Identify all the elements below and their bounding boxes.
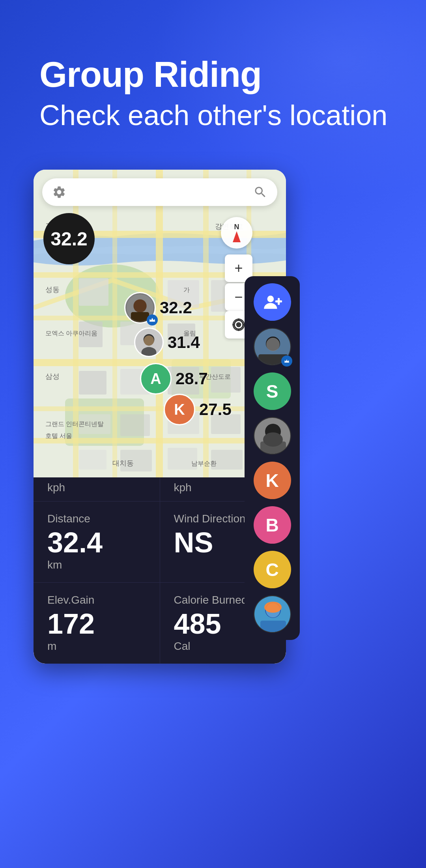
distance-label: Distance	[47, 513, 146, 525]
rider-speed-1: 32.2	[160, 298, 192, 317]
elev-gain-label: Elev.Gain	[47, 594, 146, 606]
rider-marker-1[interactable]: 32.2	[124, 292, 192, 324]
page-subtitle: Check each other's location	[39, 98, 387, 132]
svg-point-52	[237, 324, 240, 326]
svg-text:삼성: 삼성	[45, 372, 60, 380]
rider-avatar-wrapper-2	[134, 327, 164, 357]
kph-left-unit: kph	[47, 481, 65, 494]
svg-point-59	[144, 335, 154, 346]
rider-marker-2[interactable]: 31.4	[134, 327, 200, 357]
elev-gain-cell: Elev.Gain 172 m	[34, 583, 160, 664]
svg-text:호텔 서울: 호텔 서울	[45, 432, 72, 439]
page-title: Group Riding	[39, 55, 387, 94]
distance-unit: km	[47, 559, 146, 571]
kph-right-unit: kph	[174, 481, 192, 494]
distance-value: 32.4	[47, 528, 146, 557]
kph-left: kph	[34, 477, 160, 501]
elev-gain-unit: m	[47, 640, 146, 653]
svg-point-70	[263, 432, 283, 447]
svg-text:남부순환: 남부순환	[191, 460, 217, 467]
rider-speed-4: 27.5	[199, 400, 232, 419]
rider-marker-4[interactable]: K 27.5	[164, 394, 232, 425]
rider-speed-3: 28.7	[176, 369, 208, 388]
svg-rect-26	[120, 414, 150, 436]
svg-text:모엑스 아쿠아리움: 모엑스 아쿠아리움	[45, 330, 97, 337]
rider-photo-2	[134, 327, 164, 357]
svg-rect-13	[203, 170, 209, 477]
svg-rect-11	[112, 170, 117, 477]
rider-avatar-4: K	[164, 394, 195, 425]
sidebar-member-3[interactable]: S	[254, 372, 291, 410]
app-container: 강변북로 성동 모엑스 아쿠아리움 삼성 가 올림 강변북로 그랜드 인터콘티넨…	[34, 170, 392, 664]
sidebar-member-7[interactable]: C	[254, 551, 291, 588]
svg-point-66	[266, 338, 280, 351]
rider-speed-2: 31.4	[168, 333, 200, 352]
svg-rect-21	[79, 371, 106, 395]
calorie-unit: Cal	[174, 640, 273, 653]
sidebar-member-6[interactable]: B	[254, 506, 291, 544]
sidebar-member-5[interactable]: K	[254, 462, 291, 499]
crown-icon	[284, 359, 290, 363]
compass[interactable]: N	[221, 217, 252, 249]
sidebar-member-4[interactable]	[254, 417, 291, 455]
svg-rect-15	[79, 278, 108, 306]
compass-north-label: N	[234, 223, 239, 230]
add-friend-button[interactable]	[254, 283, 291, 321]
search-bar[interactable]	[42, 178, 277, 206]
sidebar-member-8[interactable]	[254, 595, 291, 633]
svg-rect-29	[79, 450, 106, 470]
search-icon	[253, 185, 267, 199]
svg-rect-12	[156, 170, 163, 477]
distance-cell: Distance 32.4 km	[34, 501, 160, 582]
add-friend-icon	[262, 292, 282, 312]
svg-text:대치동: 대치동	[112, 459, 134, 467]
crown-badge-sidebar	[281, 355, 292, 367]
crown-badge-1	[147, 314, 158, 326]
speed-badge: 32.2	[43, 213, 95, 264]
svg-point-75	[264, 602, 282, 613]
svg-text:성동: 성동	[45, 286, 60, 294]
rider-avatar-wrapper-1	[124, 292, 156, 324]
svg-point-60	[267, 296, 274, 302]
elev-gain-value: 172	[47, 610, 146, 638]
group-sidebar: S K B C	[245, 276, 300, 640]
sidebar-member-2-wrapper	[254, 328, 291, 365]
rider-marker-3[interactable]: A 28.7	[140, 363, 208, 395]
svg-rect-73	[260, 621, 286, 633]
svg-point-53	[133, 299, 146, 312]
locate-icon	[231, 317, 246, 332]
compass-arrow	[233, 231, 241, 242]
svg-text:그랜드 인터콘티넨탈: 그랜드 인터콘티넨탈	[45, 421, 104, 427]
rider-avatar-3: A	[140, 363, 172, 395]
header-section: Group Riding Check each other's location	[39, 55, 387, 132]
gear-icon	[52, 185, 66, 199]
